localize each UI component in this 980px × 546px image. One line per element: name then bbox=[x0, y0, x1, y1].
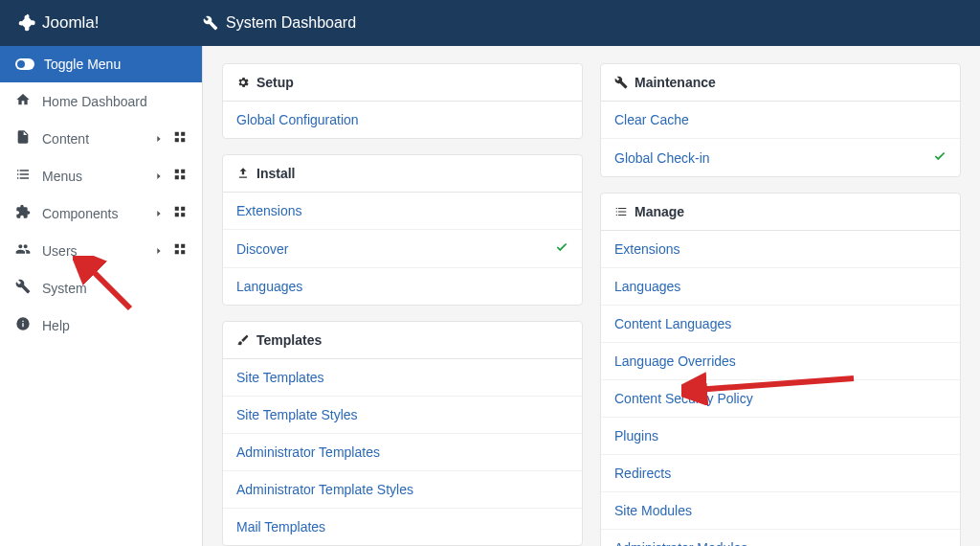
grid-icon[interactable] bbox=[173, 242, 187, 259]
main-content: Setup Global Configuration Install Exten… bbox=[203, 46, 980, 546]
wrench-icon bbox=[614, 76, 628, 89]
nav-item-help[interactable]: Help bbox=[0, 307, 202, 344]
panel-install: Install ExtensionsDiscoverLanguages bbox=[222, 154, 583, 306]
chevron-right-icon bbox=[154, 169, 164, 184]
chevron-right-icon bbox=[154, 131, 164, 147]
link-administrator-templates[interactable]: Administrator Templates bbox=[223, 434, 582, 471]
nav-item-menus[interactable]: Menus bbox=[0, 157, 202, 194]
link-discover[interactable]: Discover bbox=[223, 230, 582, 268]
check-icon bbox=[555, 240, 568, 257]
grid-icon[interactable] bbox=[173, 205, 187, 221]
svg-rect-5 bbox=[181, 138, 185, 142]
toggle-icon bbox=[15, 58, 34, 70]
svg-rect-10 bbox=[175, 207, 179, 211]
list-icon bbox=[15, 167, 33, 185]
svg-point-1 bbox=[17, 60, 25, 68]
panel-maintenance: Maintenance Clear CacheGlobal Check-in bbox=[600, 63, 961, 177]
nav-label: Home Dashboard bbox=[42, 94, 147, 109]
panel-items: ExtensionsLanguagesContent LanguagesLang… bbox=[601, 231, 960, 546]
toggle-menu-button[interactable]: Toggle Menu bbox=[0, 46, 202, 82]
panel-manage: Manage ExtensionsLanguagesContent Langua… bbox=[600, 193, 961, 546]
panel-header: Templates bbox=[223, 322, 582, 359]
wrench-icon bbox=[203, 15, 218, 31]
nav-label: Menus bbox=[42, 169, 82, 184]
brush-icon bbox=[236, 333, 250, 347]
panel-header: Manage bbox=[601, 193, 960, 231]
svg-rect-17 bbox=[181, 250, 185, 254]
panel-items: Global Configuration bbox=[223, 102, 582, 138]
nav-item-system[interactable]: System bbox=[0, 269, 202, 307]
sidebar: Toggle Menu Home DashboardContentMenusCo… bbox=[0, 46, 203, 546]
link-language-overrides[interactable]: Language Overrides bbox=[601, 343, 960, 380]
link-global-check-in[interactable]: Global Check-in bbox=[601, 139, 960, 176]
link-languages[interactable]: Languages bbox=[601, 268, 960, 306]
link-content-languages[interactable]: Content Languages bbox=[601, 306, 960, 343]
nav-item-content[interactable]: Content bbox=[0, 120, 202, 157]
svg-rect-8 bbox=[175, 175, 179, 179]
link-content-security-policy[interactable]: Content Security Policy bbox=[601, 380, 960, 418]
nav-label: Help bbox=[42, 318, 70, 333]
link-clear-cache[interactable]: Clear Cache bbox=[601, 102, 960, 139]
panel-templates: Templates Site TemplatesSite Template St… bbox=[222, 321, 583, 546]
svg-rect-9 bbox=[181, 175, 185, 179]
svg-rect-3 bbox=[181, 132, 185, 136]
topbar: Joomla! System Dashboard bbox=[0, 0, 980, 46]
link-plugins[interactable]: Plugins bbox=[601, 418, 960, 455]
nav-item-home-dashboard[interactable]: Home Dashboard bbox=[0, 82, 202, 120]
nav-item-components[interactable]: Components bbox=[0, 194, 202, 232]
link-site-template-styles[interactable]: Site Template Styles bbox=[223, 397, 582, 434]
home-icon bbox=[15, 92, 33, 110]
users-icon bbox=[15, 241, 33, 260]
svg-rect-4 bbox=[175, 138, 179, 142]
link-mail-templates[interactable]: Mail Templates bbox=[223, 509, 582, 545]
svg-rect-7 bbox=[181, 170, 185, 173]
link-extensions[interactable]: Extensions bbox=[601, 231, 960, 268]
panel-header: Setup bbox=[223, 64, 582, 102]
panel-header: Install bbox=[223, 155, 582, 193]
gear-icon bbox=[236, 76, 250, 89]
grid-icon[interactable] bbox=[173, 130, 187, 147]
chevron-right-icon bbox=[154, 206, 164, 221]
brand-text: Joomla! bbox=[42, 13, 100, 33]
panel-items: ExtensionsDiscoverLanguages bbox=[223, 193, 582, 305]
wrench-icon bbox=[15, 279, 33, 297]
link-languages[interactable]: Languages bbox=[223, 268, 582, 305]
nav-label: Users bbox=[42, 243, 78, 259]
link-site-templates[interactable]: Site Templates bbox=[223, 359, 582, 397]
info-icon bbox=[15, 316, 33, 334]
file-icon bbox=[15, 129, 33, 148]
nav-label: System bbox=[42, 281, 87, 296]
panel-items: Clear CacheGlobal Check-in bbox=[601, 102, 960, 176]
link-redirects[interactable]: Redirects bbox=[601, 455, 960, 492]
nav-label: Components bbox=[42, 206, 118, 221]
chevron-right-icon bbox=[154, 243, 164, 259]
svg-rect-14 bbox=[175, 244, 179, 248]
link-administrator-template-styles[interactable]: Administrator Template Styles bbox=[223, 471, 582, 509]
link-extensions[interactable]: Extensions bbox=[223, 193, 582, 230]
link-site-modules[interactable]: Site Modules bbox=[601, 492, 960, 530]
panel-setup: Setup Global Configuration bbox=[222, 63, 583, 139]
svg-rect-12 bbox=[175, 213, 179, 216]
svg-rect-15 bbox=[181, 244, 185, 248]
page-title: System Dashboard bbox=[203, 14, 356, 32]
link-global-configuration[interactable]: Global Configuration bbox=[223, 102, 582, 138]
upload-icon bbox=[236, 167, 250, 180]
puzzle-icon bbox=[15, 204, 33, 222]
grid-icon[interactable] bbox=[173, 168, 187, 184]
link-administrator-modules[interactable]: Administrator Modules bbox=[601, 530, 960, 546]
nav-item-users[interactable]: Users bbox=[0, 232, 202, 269]
brand-logo[interactable]: Joomla! bbox=[0, 13, 203, 33]
check-icon bbox=[933, 149, 947, 166]
svg-rect-13 bbox=[181, 213, 185, 216]
column-right: Maintenance Clear CacheGlobal Check-in M… bbox=[600, 63, 961, 529]
svg-rect-2 bbox=[175, 132, 179, 136]
panel-header: Maintenance bbox=[601, 64, 960, 102]
svg-rect-11 bbox=[181, 207, 185, 211]
panel-items: Site TemplatesSite Template StylesAdmini… bbox=[223, 359, 582, 545]
nav-list: Home DashboardContentMenusComponentsUser… bbox=[0, 82, 202, 344]
column-left: Setup Global Configuration Install Exten… bbox=[222, 63, 583, 529]
svg-rect-6 bbox=[175, 170, 179, 173]
svg-rect-16 bbox=[175, 250, 179, 254]
nav-label: Content bbox=[42, 131, 89, 147]
joomla-icon bbox=[17, 13, 36, 33]
